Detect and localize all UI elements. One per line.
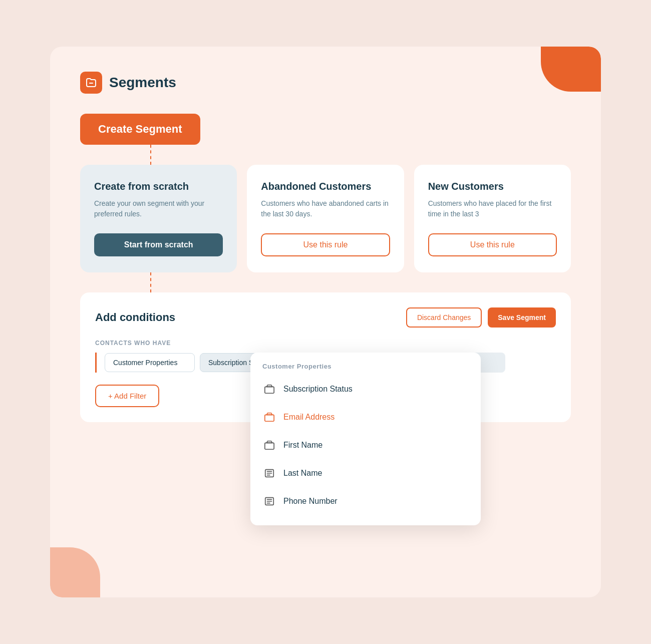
- bottom-left-decoration: [50, 547, 100, 597]
- card-abandoned: Abandoned Customers Customers who have a…: [247, 165, 404, 272]
- header-icon: [80, 72, 102, 94]
- card-abandoned-title: Abandoned Customers: [261, 181, 390, 192]
- use-rule-button-new[interactable]: Use this rule: [428, 233, 557, 256]
- use-rule-button-abandoned[interactable]: Use this rule: [261, 233, 390, 256]
- dropdown-popup: Customer Properties Subscription Status: [250, 353, 481, 525]
- create-segment-wrapper: Create Segment: [80, 114, 571, 145]
- card-scratch: Create from scratch Create your own segm…: [80, 165, 237, 272]
- conditions-title: Add conditions: [95, 311, 175, 324]
- firstname-icon: [262, 438, 276, 452]
- dropdown-item-firstname-label: First Name: [283, 441, 322, 450]
- dropdown-item-phone-label: Phone Number: [283, 497, 338, 506]
- add-filter-button[interactable]: + Add Filter: [95, 385, 159, 407]
- page-title: Segments: [109, 75, 176, 91]
- phone-icon: [262, 494, 276, 508]
- dropdown-item-phone[interactable]: Phone Number: [250, 487, 481, 515]
- svg-rect-0: [265, 387, 274, 393]
- email-icon: [262, 410, 276, 424]
- dropdown-item-firstname[interactable]: First Name: [250, 431, 481, 459]
- svg-rect-2: [265, 443, 274, 449]
- dropdown-item-subscription-label: Subscription Status: [283, 385, 353, 394]
- contacts-label: CONTACTS WHO HAVE: [95, 340, 556, 347]
- card-abandoned-desc: Customers who have abandoned carts in th…: [261, 198, 390, 219]
- start-scratch-button[interactable]: Start from scratch: [94, 233, 223, 256]
- filter-property-select[interactable]: Customer Properties: [105, 353, 195, 372]
- conditions-actions: Discard Changes Save Segment: [406, 307, 556, 328]
- save-segment-button[interactable]: Save Segment: [488, 307, 556, 328]
- dropdown-category: Customer Properties: [250, 363, 481, 375]
- lastname-icon: [262, 466, 276, 480]
- app-container: Segments Create Segment Create from scra…: [50, 47, 601, 597]
- conditions-panel: Add conditions Discard Changes Save Segm…: [80, 292, 571, 422]
- card-scratch-desc: Create your own segment with your prefer…: [94, 198, 223, 219]
- dropdown-item-email[interactable]: Email Address: [250, 403, 481, 431]
- card-new-title: New Customers: [428, 181, 557, 192]
- connector-line-2: [150, 272, 151, 292]
- svg-rect-1: [265, 415, 274, 421]
- card-new: New Customers Customers who have placed …: [414, 165, 571, 272]
- cards-row: Create from scratch Create your own segm…: [80, 165, 571, 272]
- create-segment-button[interactable]: Create Segment: [80, 114, 200, 145]
- dropdown-item-lastname-label: Last Name: [283, 469, 322, 478]
- conditions-header: Add conditions Discard Changes Save Segm…: [95, 307, 556, 328]
- connector-line-1: [150, 145, 151, 165]
- dropdown-item-lastname[interactable]: Last Name: [250, 459, 481, 487]
- card-scratch-title: Create from scratch: [94, 181, 223, 192]
- subscription-icon: [262, 382, 276, 396]
- card-new-desc: Customers who have placed for the first …: [428, 198, 557, 219]
- page-header: Segments: [80, 72, 571, 94]
- dropdown-item-subscription[interactable]: Subscription Status: [250, 375, 481, 403]
- dropdown-item-email-label: Email Address: [283, 413, 335, 422]
- discard-changes-button[interactable]: Discard Changes: [406, 307, 482, 328]
